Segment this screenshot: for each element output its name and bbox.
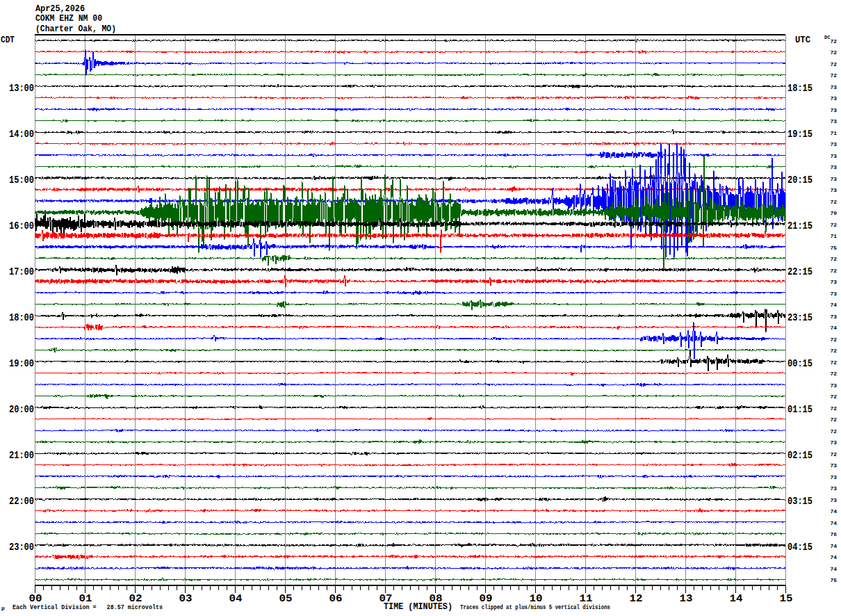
svg-text:73: 73 (830, 474, 837, 480)
svg-text:76: 76 (830, 531, 837, 537)
svg-text:74: 74 (830, 520, 837, 526)
svg-text:17:00: 17:00 (9, 266, 34, 277)
svg-text:02:15: 02:15 (787, 450, 813, 461)
svg-text:DC: DC (824, 35, 830, 40)
svg-text:73: 73 (830, 118, 837, 124)
svg-text:71: 71 (830, 130, 837, 136)
svg-text:19:00: 19:00 (9, 358, 34, 369)
svg-text:72: 72 (830, 405, 837, 412)
svg-text:73: 73 (830, 291, 837, 297)
svg-text:COKM EHZ NM 00: COKM EHZ NM 00 (35, 13, 102, 24)
svg-text:04:15: 04:15 (787, 542, 813, 553)
svg-text:72: 72 (830, 394, 837, 400)
svg-text:74: 74 (830, 566, 837, 572)
svg-text:01:15: 01:15 (787, 404, 813, 415)
svg-text:00:15: 00:15 (787, 358, 813, 369)
svg-text:72: 72 (830, 451, 837, 457)
svg-text:72: 72 (830, 416, 837, 423)
svg-text:74: 74 (830, 508, 837, 514)
svg-text:18:15: 18:15 (787, 83, 813, 94)
svg-text:09: 09 (480, 593, 493, 604)
svg-text:21:00: 21:00 (9, 450, 34, 461)
svg-text:73: 73 (830, 497, 837, 503)
svg-text:(Charter Oak, MO): (Charter Oak, MO) (35, 24, 116, 34)
svg-text:22:00: 22:00 (9, 496, 34, 507)
svg-text:CDT: CDT (1, 35, 15, 45)
svg-text:74: 74 (830, 543, 837, 549)
svg-text:72: 72 (830, 38, 837, 44)
svg-text:72: 72 (830, 371, 837, 377)
svg-text:13:00: 13:00 (9, 83, 34, 94)
svg-text:70: 70 (830, 210, 837, 216)
svg-text:05: 05 (279, 593, 293, 604)
svg-text:14:00: 14:00 (9, 129, 34, 140)
svg-text:23:00: 23:00 (9, 542, 34, 553)
svg-text:72: 72 (830, 337, 837, 343)
svg-text:10: 10 (530, 593, 543, 604)
svg-text:15:00: 15:00 (9, 175, 34, 186)
svg-text:Apr25,2026: Apr25,2026 (35, 3, 85, 14)
svg-text:Traces clipped at plus/minus 5: Traces clipped at plus/minus 5 vertical … (460, 604, 610, 611)
svg-text:µ: µ (1, 605, 5, 611)
svg-text:73: 73 (830, 187, 837, 193)
svg-text:73: 73 (830, 314, 837, 320)
svg-text:16:00: 16:00 (9, 220, 34, 232)
svg-text:11: 11 (580, 593, 593, 604)
svg-text:72: 72 (830, 428, 837, 435)
svg-text:72: 72 (830, 268, 837, 274)
svg-text:14: 14 (730, 593, 743, 604)
svg-text:72: 72 (830, 256, 837, 262)
svg-text:18:00: 18:00 (9, 312, 34, 323)
svg-text:74: 74 (830, 325, 837, 331)
svg-text:20:00: 20:00 (9, 404, 34, 415)
svg-text:73: 73 (830, 176, 837, 182)
svg-text:73: 73 (830, 485, 837, 492)
svg-text:75: 75 (830, 577, 837, 583)
svg-text:72: 72 (830, 222, 837, 228)
svg-text:Each Vertical Division = 28.: Each Vertical Division = 28.57 microvolt… (13, 604, 163, 611)
svg-text:73: 73 (830, 382, 837, 389)
svg-text:03: 03 (179, 593, 193, 604)
svg-text:72: 72 (830, 348, 837, 354)
svg-text:74: 74 (830, 302, 837, 308)
svg-text:73: 73 (830, 95, 837, 102)
svg-text:00: 00 (29, 593, 42, 604)
svg-text:01: 01 (79, 593, 92, 604)
svg-text:72: 72 (830, 61, 837, 67)
svg-text:12: 12 (630, 593, 643, 604)
svg-text:73: 73 (830, 439, 837, 446)
svg-text:73: 73 (830, 84, 837, 90)
svg-text:72: 72 (830, 359, 837, 366)
svg-text:71: 71 (830, 233, 837, 239)
svg-text:74: 74 (830, 554, 837, 560)
svg-text:15: 15 (780, 593, 793, 604)
svg-text:TIME (MINUTES): TIME (MINUTES) (384, 602, 452, 612)
svg-text:75: 75 (830, 245, 837, 251)
svg-text:20:15: 20:15 (787, 175, 813, 186)
svg-text:73: 73 (830, 141, 837, 147)
svg-text:UTC: UTC (795, 35, 810, 45)
svg-text:72: 72 (830, 72, 837, 79)
svg-text:73: 73 (830, 279, 837, 285)
svg-text:19:15: 19:15 (787, 129, 813, 140)
svg-text:73: 73 (830, 164, 837, 170)
svg-text:21:15: 21:15 (787, 220, 813, 232)
svg-text:04: 04 (229, 593, 243, 604)
svg-text:06: 06 (329, 593, 343, 604)
svg-text:03:15: 03:15 (787, 496, 813, 507)
svg-text:13: 13 (680, 593, 693, 604)
svg-text:73: 73 (830, 107, 837, 113)
svg-text:72: 72 (830, 199, 837, 205)
svg-text:23:15: 23:15 (787, 312, 813, 323)
svg-text:02: 02 (129, 593, 142, 604)
svg-text:22:15: 22:15 (787, 266, 813, 277)
svg-text:73: 73 (830, 462, 837, 469)
svg-text:73: 73 (830, 153, 837, 159)
svg-text:72: 72 (830, 49, 837, 56)
